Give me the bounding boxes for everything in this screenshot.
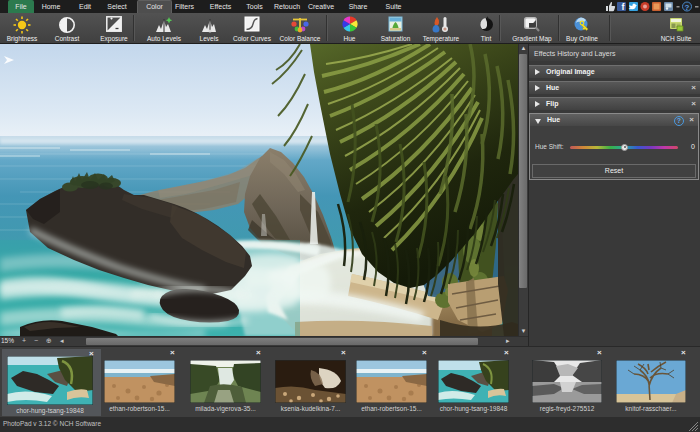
svg-text:?: ? [685,3,690,12]
